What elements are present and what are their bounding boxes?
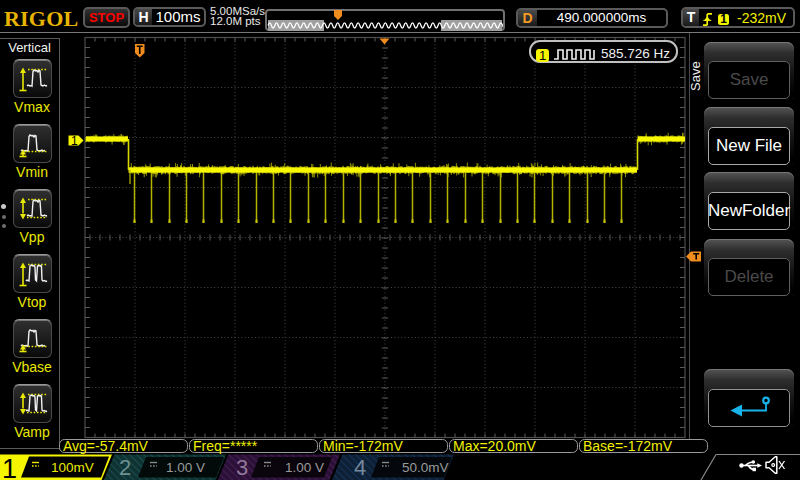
svg-text:2: 2 (119, 454, 131, 479)
svg-text:1: 1 (2, 453, 17, 480)
svg-text:50.0mV: 50.0mV (402, 459, 449, 474)
svg-text:4: 4 (354, 454, 366, 479)
svg-text:1.00 V: 1.00 V (166, 459, 205, 474)
svg-text:100mV: 100mV (51, 459, 94, 474)
svg-text:3: 3 (236, 454, 248, 479)
svg-text:1.00 V: 1.00 V (285, 459, 324, 474)
svg-text:1: 1 (71, 134, 78, 148)
